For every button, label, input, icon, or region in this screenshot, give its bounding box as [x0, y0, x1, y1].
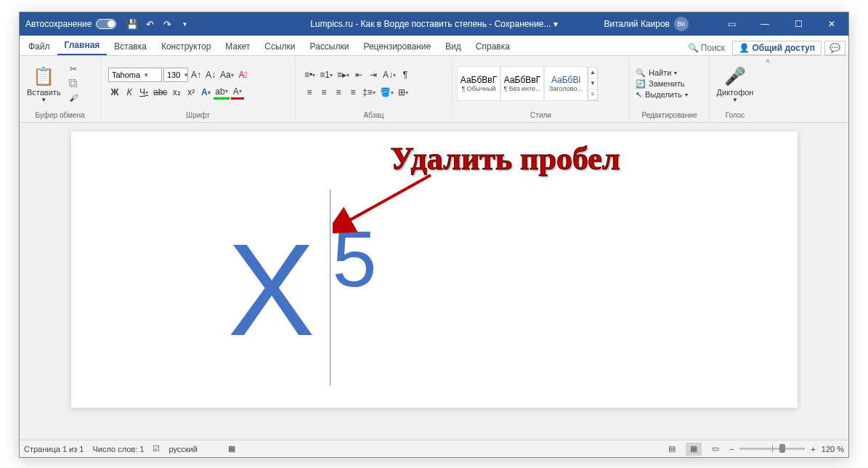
- maximize-button[interactable]: ☐: [782, 12, 815, 36]
- justify-icon[interactable]: ≡: [346, 85, 360, 100]
- decrease-indent-icon[interactable]: ⇤: [352, 68, 365, 82]
- search-icon: 🔍: [636, 68, 646, 78]
- page-indicator[interactable]: Страница 1 из 1: [24, 445, 84, 453]
- share-button[interactable]: 👤 Общий доступ: [732, 41, 822, 55]
- ribbon: 📋 Вставить ▼ ✂ ⿻ 🖌 Буфер обмена Tahoma▼ …: [20, 56, 848, 123]
- web-layout-icon[interactable]: ▭: [707, 443, 723, 456]
- text-effects-icon[interactable]: A: [199, 85, 212, 100]
- avatar: ВК: [674, 17, 689, 31]
- style-normal[interactable]: АаБбВвГ¶ Обычный: [457, 66, 500, 101]
- collapse-ribbon-icon[interactable]: ^: [766, 59, 770, 67]
- superscript-button[interactable]: x²: [184, 85, 198, 100]
- font-size-combo[interactable]: 130▼: [163, 68, 188, 82]
- zoom-out-icon[interactable]: −: [729, 445, 734, 453]
- shading-icon[interactable]: 🪣: [378, 85, 395, 100]
- find-button[interactable]: 🔍Найти▾: [634, 68, 705, 78]
- text-cursor: [330, 190, 330, 386]
- bullets-icon[interactable]: ≡•: [303, 68, 317, 82]
- status-bar: Страница 1 из 1 Число слов: 1 ☑ русский …: [20, 440, 848, 457]
- dictate-button[interactable]: 🎤 Диктофон ▼: [714, 63, 757, 105]
- multilevel-icon[interactable]: ≡▸: [336, 68, 351, 82]
- ribbon-options-icon[interactable]: ▭: [715, 12, 748, 36]
- tab-insert[interactable]: Вставка: [107, 38, 154, 55]
- tell-me-search[interactable]: 🔍 Поиск: [684, 43, 730, 53]
- tab-references[interactable]: Ссылки: [257, 38, 302, 55]
- document-title: Lumpics.ru - Как в Ворде поставить степе…: [310, 19, 558, 29]
- replace-icon: 🔄: [636, 79, 646, 89]
- macro-icon[interactable]: ▦: [228, 444, 235, 453]
- tab-layout[interactable]: Макет: [218, 38, 257, 55]
- spell-check-icon[interactable]: ☑: [153, 444, 160, 453]
- save-icon[interactable]: 💾: [125, 17, 139, 31]
- strike-button[interactable]: abc: [152, 85, 169, 100]
- read-mode-icon[interactable]: ▤: [664, 443, 680, 456]
- font-color-icon[interactable]: A: [231, 85, 244, 100]
- user-account[interactable]: Виталий Каиров ВК: [604, 17, 689, 31]
- close-button[interactable]: ✕: [815, 12, 848, 36]
- style-heading1[interactable]: АаБбВіЗаголово...: [544, 66, 588, 101]
- comments-button[interactable]: 💬: [824, 41, 845, 55]
- sort-icon[interactable]: A↓: [381, 68, 397, 82]
- zoom-slider[interactable]: [739, 448, 805, 450]
- ribbon-tabs: Файл Главная Вставка Конструктор Макет С…: [20, 36, 848, 56]
- tab-file[interactable]: Файл: [21, 38, 57, 55]
- format-painter-icon[interactable]: 🖌: [67, 92, 80, 105]
- style-no-spacing[interactable]: АаБбВвГ¶ Без инте...: [500, 66, 544, 101]
- tab-mailings[interactable]: Рассылки: [303, 38, 357, 55]
- clipboard-icon: 📋: [33, 65, 54, 88]
- clear-formatting-icon[interactable]: A⃠: [237, 68, 250, 82]
- document-area[interactable]: X 5 Удалить пробел: [20, 123, 848, 440]
- zoom-level[interactable]: 120 %: [822, 445, 844, 453]
- select-button[interactable]: ↖Выделить▾: [634, 89, 705, 100]
- zoom-in-icon[interactable]: +: [811, 445, 815, 453]
- titlebar: Автосохранение 💾 ↶ ↷ ▼ Lumpics.ru - Как …: [20, 12, 848, 36]
- align-center-icon[interactable]: ≡: [317, 85, 330, 100]
- editing-group-label: Редактирование: [633, 110, 706, 121]
- tab-design[interactable]: Конструктор: [154, 38, 218, 55]
- annotation-arrow-icon: [333, 168, 449, 233]
- minimize-button[interactable]: —: [748, 12, 782, 36]
- line-spacing-icon[interactable]: ‡≡: [361, 85, 377, 100]
- align-left-icon[interactable]: ≡: [303, 85, 316, 100]
- qat-customize-icon[interactable]: ▼: [177, 17, 192, 31]
- shrink-font-icon[interactable]: A↓: [204, 68, 217, 82]
- tab-review[interactable]: Рецензирование: [356, 38, 438, 55]
- font-name-combo[interactable]: Tahoma▼: [108, 68, 162, 82]
- autosave-toggle[interactable]: [96, 19, 116, 29]
- align-right-icon[interactable]: ≡: [332, 85, 345, 100]
- highlight-icon[interactable]: ab: [214, 85, 229, 100]
- italic-button[interactable]: К: [123, 85, 136, 100]
- svg-line-0: [346, 175, 431, 222]
- cut-icon[interactable]: ✂: [67, 62, 80, 76]
- underline-button[interactable]: Ч: [137, 85, 150, 100]
- autosave-label: Автосохранение: [25, 19, 92, 29]
- replace-button[interactable]: 🔄Заменить: [634, 78, 705, 89]
- tab-view[interactable]: Вид: [438, 38, 469, 55]
- redo-icon[interactable]: ↷: [160, 17, 174, 31]
- styles-group-label: Стили: [455, 110, 626, 121]
- borders-icon[interactable]: ⊞: [397, 85, 410, 100]
- cursor-icon: ↖: [636, 90, 642, 100]
- change-case-icon[interactable]: Aa: [219, 68, 235, 82]
- grow-font-icon[interactable]: A↑: [190, 68, 203, 82]
- tab-help[interactable]: Справка: [469, 38, 517, 55]
- tab-home[interactable]: Главная: [57, 36, 108, 55]
- copy-icon[interactable]: ⿻: [67, 77, 80, 90]
- styles-gallery-scroll[interactable]: ▲▼≡: [588, 67, 598, 101]
- print-layout-icon[interactable]: ▦: [686, 443, 702, 456]
- language-indicator[interactable]: русский: [169, 445, 197, 453]
- word-count[interactable]: Число слов: 1: [92, 445, 144, 453]
- paste-button[interactable]: 📋 Вставить ▼: [24, 63, 64, 105]
- font-group-label: Шрифт: [104, 110, 292, 121]
- microphone-icon: 🎤: [724, 65, 746, 88]
- page[interactable]: X 5 Удалить пробел: [71, 132, 798, 408]
- bold-button[interactable]: Ж: [108, 85, 121, 100]
- voice-group-label: Голос: [713, 110, 758, 121]
- clipboard-group-label: Буфер обмена: [23, 110, 97, 121]
- increase-indent-icon[interactable]: ⇥: [367, 68, 380, 82]
- show-marks-icon[interactable]: ¶: [399, 68, 412, 82]
- subscript-button[interactable]: x₂: [170, 85, 183, 100]
- undo-icon[interactable]: ↶: [142, 17, 157, 31]
- content-char-x: X: [228, 225, 315, 355]
- numbering-icon[interactable]: ≡1: [318, 68, 334, 82]
